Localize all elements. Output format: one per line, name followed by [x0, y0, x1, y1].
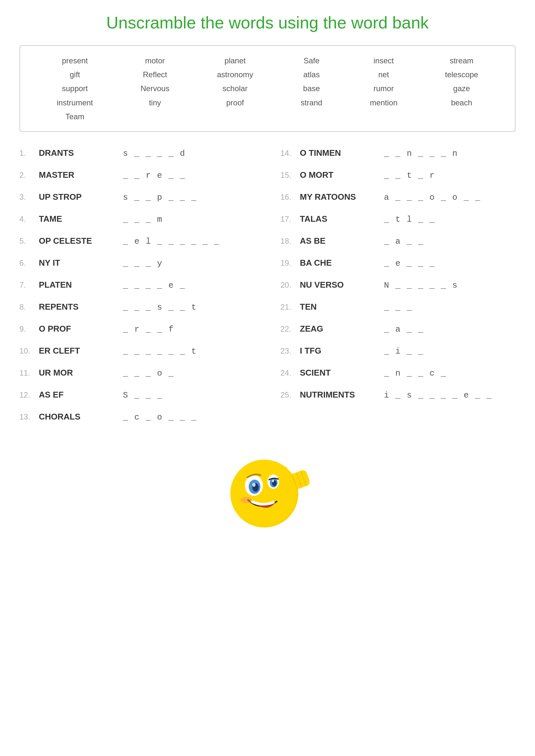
clues-right: 14. O TINMEN _ _ n _ _ _ n 15. O MORT _ … [280, 148, 516, 434]
clue-row: 7. PLATEN _ _ _ _ e _ [19, 280, 255, 290]
word-bank-col-2: motor Reflect Nervous tiny [140, 54, 169, 123]
word-bank-col-1: present gift support instrument Team [57, 54, 93, 123]
emoji-illustration [225, 447, 310, 531]
clue-row: 17. TALAS _ t l _ _ [280, 214, 516, 224]
clue-row: 9. O PROF _ r _ _ f [19, 324, 255, 334]
clue-row: 1. DRANTS s _ _ _ _ d [19, 148, 255, 158]
clue-row: 8. REPENTS _ _ _ s _ _ t [19, 302, 255, 312]
clue-row: 23. I TFG _ i _ _ [280, 346, 516, 356]
page-title: Unscramble the words using the word bank [19, 13, 516, 32]
clue-row: 22. ZEAG _ a _ _ [280, 324, 516, 334]
word-bank-col-5: insect net rumor mention [370, 54, 397, 123]
clue-row: 11. UR MOR _ _ _ o _ [19, 368, 255, 378]
emoji-section [19, 447, 516, 532]
clue-row: 16. MY RATOONS a _ _ _ o _ o _ _ [280, 192, 516, 202]
svg-point-11 [241, 497, 252, 503]
clue-row: 10. ER CLEFT _ _ _ _ _ _ t [19, 346, 255, 356]
clue-row: 3. UP STROP s _ _ p _ _ _ [19, 192, 255, 202]
clue-row: 6. NY IT _ _ _ y [19, 258, 255, 268]
clues-section: 1. DRANTS s _ _ _ _ d 2. MASTER _ _ r e … [19, 148, 516, 434]
clue-row: 13. CHORALS _ c _ o _ _ _ [19, 412, 255, 422]
svg-point-10 [272, 480, 274, 482]
word-bank-col-6: stream telescope gaze beach [445, 54, 478, 123]
clue-row: 24. SCIENT _ n _ _ c _ [280, 368, 516, 378]
clue-row: 14. O TINMEN _ _ n _ _ _ n [280, 148, 516, 158]
clue-row: 2. MASTER _ _ r e _ _ [19, 170, 255, 180]
clues-left: 1. DRANTS s _ _ _ _ d 2. MASTER _ _ r e … [19, 148, 255, 434]
clue-row: 25. NUTRIMENTS i _ s _ _ _ _ e _ _ [280, 390, 516, 400]
clue-row: 21. TEN _ _ _ [280, 302, 516, 312]
word-bank-col-4: Safe atlas base strand [301, 54, 323, 123]
clue-row: 15. O MORT _ _ t _ r [280, 170, 516, 180]
clue-row: 20. NU VERSO N _ _ _ _ _ s [280, 280, 516, 290]
clue-row: 12. AS EF S _ _ _ [19, 390, 255, 400]
word-bank-col-3: planet astronomy scholar proof [217, 54, 253, 123]
clue-row: 19. BA CHE _ e _ _ _ [280, 258, 516, 268]
clue-row: 5. OP CELESTE _ e l _ _ _ _ _ _ [19, 236, 255, 246]
clue-row: 18. AS BE _ a _ _ [280, 236, 516, 246]
word-bank: present gift support instrument Team mot… [19, 45, 516, 132]
clue-row: 4. TAME _ _ _ m [19, 214, 255, 224]
svg-point-7 [252, 483, 256, 487]
